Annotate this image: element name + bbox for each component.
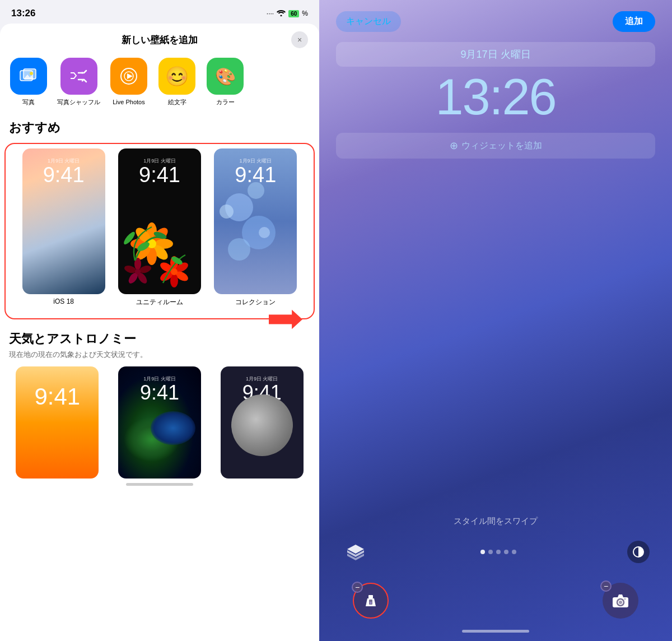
flashlight-icon	[363, 593, 379, 609]
date-pill: 9月17日 火曜日	[336, 42, 655, 67]
wallpaper-label-ios18: iOS 18	[53, 298, 74, 305]
arrow-container	[269, 308, 302, 333]
svg-point-43	[370, 602, 372, 604]
icon-item-photos[interactable]: 写真	[9, 58, 48, 106]
weather-grid: 9:41 1月9日 火曜日 9:41	[9, 366, 310, 479]
flashlight-button[interactable]: −	[353, 583, 389, 619]
icon-item-shuffle[interactable]: 写真シャッフル	[57, 58, 100, 106]
dot-5	[512, 550, 516, 554]
recommended-section: 1月9日 火曜日 9:41 iOS 18 1月9日 火曜日 9:41	[4, 143, 315, 319]
weather-time-1: 9:41	[16, 383, 99, 410]
emoji-icon: 😊	[158, 58, 195, 95]
weather-item-2[interactable]: 1月9日 火曜日 9:41	[111, 366, 208, 479]
svg-point-31	[135, 269, 141, 275]
dots-indicator	[480, 550, 516, 554]
contrast-icon	[632, 546, 645, 558]
weather-title: 天気とアストロノミー	[9, 331, 310, 347]
signal-dots: ····	[267, 10, 274, 17]
wallpaper-item-unity[interactable]: 1月9日 火曜日 9:41	[115, 148, 204, 307]
weather-section: 天気とアストロノミー 現在地の現在の気象および天文状況です。 9:41 1月9日…	[0, 326, 319, 479]
weather-thumb-2: 1月9日 火曜日 9:41	[118, 366, 201, 479]
right-arrow-icon	[269, 308, 302, 331]
widget-add-label: ウィジェットを追加	[461, 140, 542, 152]
wp-ios18-time: 9:41	[22, 163, 105, 187]
close-button[interactable]: ×	[291, 31, 308, 48]
wallpaper-thumb-ios18: 1月9日 火曜日 9:41	[22, 148, 105, 294]
wallpaper-thumb-unity: 1月9日 火曜日 9:41	[118, 148, 201, 294]
livephotos-icon	[110, 58, 147, 95]
svg-rect-41	[368, 595, 373, 598]
icon-row: 写真 写真シャッフル	[0, 53, 319, 115]
weather-thumb-3: 1月9日 火曜日 9:41	[221, 366, 304, 479]
icon-item-emoji[interactable]: 😊 絵文字	[157, 58, 197, 106]
icon-item-livephotos[interactable]: Live Photos	[109, 58, 148, 106]
plus-icon: ⊕	[450, 140, 458, 152]
camera-button[interactable]: −	[603, 583, 638, 619]
dot-4	[504, 550, 508, 554]
widget-add-pill[interactable]: ⊕ ウィジェットを追加	[336, 133, 655, 159]
battery-icon: 60	[288, 10, 299, 17]
wallpaper-item-ios18[interactable]: 1月9日 火曜日 9:41 iOS 18	[19, 148, 108, 307]
emoji-label: 絵文字	[168, 98, 186, 106]
wallpaper-label-unity: ユニティルーム	[136, 298, 183, 307]
left-home-indicator	[126, 483, 193, 486]
flashlight-minus-badge: −	[352, 582, 363, 593]
layers-button[interactable]	[342, 538, 370, 566]
weather-thumb-1: 9:41	[16, 366, 99, 479]
weather-item-1[interactable]: 9:41	[9, 366, 106, 479]
wallpaper-grid: 1月9日 火曜日 9:41 iOS 18 1月9日 火曜日 9:41	[10, 148, 309, 314]
recommended-title: おすすめ	[0, 115, 319, 143]
dot-1	[480, 550, 485, 554]
modal-header: 新しい壁紙を追加 ×	[0, 24, 319, 53]
battery-percent: %	[302, 10, 308, 17]
color-label: カラー	[216, 98, 235, 106]
shuffle-label: 写真シャッフル	[57, 98, 100, 106]
lock-screen-time: 13:26	[319, 68, 672, 126]
weather-subtitle: 現在地の現在の気象および天文状況です。	[9, 350, 310, 360]
svg-point-46	[619, 601, 622, 604]
weather-time-2: 9:41	[118, 381, 201, 405]
bottom-controls	[319, 532, 672, 572]
svg-point-3	[30, 72, 33, 75]
home-indicator	[462, 630, 529, 633]
svg-point-47	[624, 598, 626, 600]
wifi-icon	[277, 10, 286, 18]
camera-minus-badge: −	[600, 580, 612, 592]
color-icon: 🎨	[207, 58, 244, 95]
camera-icon	[612, 593, 629, 608]
right-spacer	[319, 165, 672, 516]
layers-icon	[346, 542, 365, 561]
dot-3	[496, 550, 501, 554]
livephotos-label: Live Photos	[113, 98, 144, 106]
svg-marker-6	[127, 73, 133, 79]
swipe-label: スタイル間をスワイプ	[319, 516, 672, 532]
svg-point-0	[281, 15, 282, 16]
wallpaper-label-collection: コレクション	[235, 298, 276, 307]
right-header: キャンセル 追加	[319, 0, 672, 38]
modal-title: 新しい壁紙を追加	[122, 34, 198, 47]
wallpaper-thumb-collection: 1月9日 火曜日 9:41	[214, 148, 297, 294]
contrast-button[interactable]	[627, 541, 650, 563]
shuffle-icon	[60, 58, 97, 95]
status-icons: ···· 60 %	[267, 10, 308, 18]
action-buttons: − −	[319, 572, 672, 624]
dot-2	[488, 550, 493, 554]
svg-marker-36	[269, 310, 302, 329]
photos-label: 写真	[22, 98, 35, 106]
photos-icon	[10, 58, 47, 95]
weather-item-3[interactable]: 1月9日 火曜日 9:41	[213, 366, 310, 479]
cancel-button[interactable]: キャンセル	[336, 11, 401, 32]
status-bar: 13:26 ···· 60 %	[0, 0, 319, 24]
svg-point-24	[171, 268, 178, 275]
status-time: 13:26	[11, 8, 35, 19]
add-button[interactable]: 追加	[613, 11, 655, 32]
icon-item-color[interactable]: 🎨 カラー	[206, 58, 245, 106]
wallpaper-item-collection[interactable]: 1月9日 火曜日 9:41 コレクション	[211, 148, 300, 307]
right-panel: キャンセル 追加 9月17日 火曜日 13:26 ⊕ ウィジェットを追加 スタイ…	[319, 0, 672, 641]
content-scroll[interactable]: おすすめ 1月9日 火曜日 9:41 iOS 18 1月9日 火曜日	[0, 115, 319, 641]
